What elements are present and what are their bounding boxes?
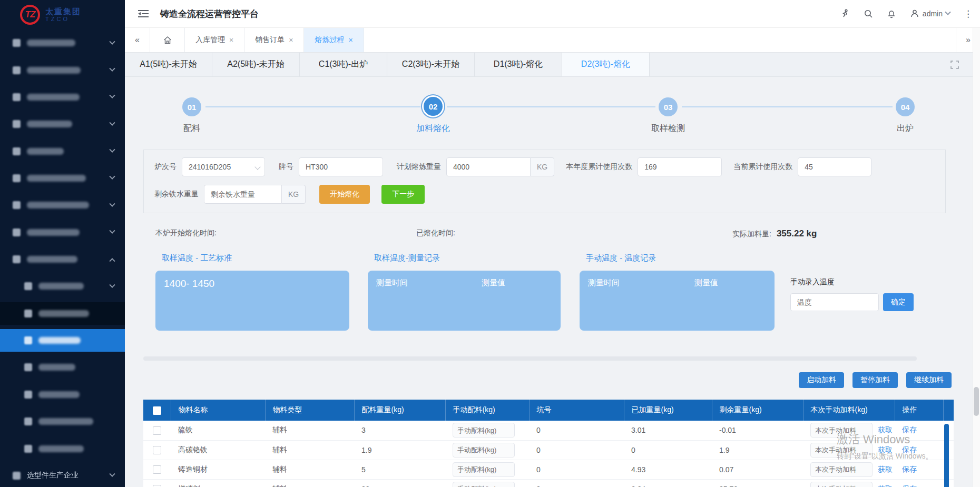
menu-icon xyxy=(24,363,32,371)
save-link[interactable]: 保存 xyxy=(902,465,917,473)
manual-feed-input[interactable] xyxy=(453,443,515,458)
manual-temp-label: 手动录入温度 xyxy=(790,277,919,287)
menu-item-label-redacted xyxy=(27,121,72,127)
menu-icon xyxy=(24,310,32,317)
remain-iron-input[interactable] xyxy=(204,185,282,204)
manual-feed-input[interactable] xyxy=(453,482,515,487)
confirm-button[interactable]: 确定 xyxy=(883,293,914,311)
row-checkbox[interactable] xyxy=(153,465,161,474)
username: admin xyxy=(923,9,943,18)
page-title: 铸造全流程运营管控平台 xyxy=(160,8,259,20)
select-all-checkbox[interactable] xyxy=(153,406,161,415)
resume-feeding-button[interactable]: 继续加料 xyxy=(906,372,952,388)
save-link[interactable]: 保存 xyxy=(902,484,917,487)
start-melting-button[interactable]: 开始熔化 xyxy=(319,185,370,204)
furnace-tab-1[interactable]: A1(5吨)-未开始 xyxy=(125,53,212,76)
year-uses-input[interactable] xyxy=(638,157,722,176)
user-icon xyxy=(910,9,919,18)
next-step-button[interactable]: 下一步 xyxy=(381,185,425,204)
sidebar-item-10[interactable] xyxy=(0,275,125,297)
chevron-down-icon xyxy=(109,282,115,287)
remaining-weight: 25.76 xyxy=(712,479,803,487)
furnace-tab-6-active[interactable]: D2(3吨)-熔化 xyxy=(562,53,650,76)
plan-weight-input[interactable] xyxy=(446,157,531,176)
manual-add-input[interactable] xyxy=(810,482,873,487)
sidebar-item-16[interactable] xyxy=(0,437,125,460)
close-icon[interactable]: × xyxy=(289,36,293,44)
manual-temp-input[interactable] xyxy=(790,293,879,311)
start-feeding-button[interactable]: 启动加料 xyxy=(799,372,844,388)
sidebar-item-bottom[interactable]: 选型件生产企业 xyxy=(0,464,125,487)
sidebar-item-1[interactable] xyxy=(0,32,125,54)
more-options-icon[interactable]: ⋮ xyxy=(964,8,973,19)
current-uses-input[interactable] xyxy=(798,157,871,176)
sidebar-item-13[interactable] xyxy=(0,356,125,379)
sidebar-item-14[interactable] xyxy=(0,383,125,406)
plan-weight-unit: KG xyxy=(531,157,554,176)
page: TZ 太重集团 TZCO 选型件生产企业 铸造全流程运营管控平台 xyxy=(0,0,980,487)
manual-add-input[interactable] xyxy=(810,443,873,458)
measure-value-header: 测量值 xyxy=(694,278,718,288)
tab-melting-process[interactable]: 熔炼过程× xyxy=(304,28,364,52)
sidebar-item-2[interactable] xyxy=(0,58,125,81)
furnace-tab-4[interactable]: C2(3吨)-未开始 xyxy=(387,53,475,76)
guide-icon[interactable] xyxy=(840,9,850,18)
pit-no: 0 xyxy=(529,440,624,460)
sidebar-item-5[interactable] xyxy=(0,140,125,162)
plan-weight: 1.9 xyxy=(354,440,445,460)
menu-item-label-redacted xyxy=(27,202,89,208)
sidebar-item-7[interactable] xyxy=(0,194,125,216)
page-scrollbar-thumb[interactable] xyxy=(974,387,979,416)
manual-feed-input[interactable] xyxy=(453,423,515,438)
furnace-tab-2[interactable]: A2(5吨)-未开始 xyxy=(212,53,300,76)
notification-bell-icon[interactable] xyxy=(887,9,896,18)
get-link[interactable]: 获取 xyxy=(878,484,893,487)
manual-add-input[interactable] xyxy=(810,423,873,438)
row-checkbox[interactable] xyxy=(153,485,161,487)
user-menu[interactable]: admin xyxy=(910,9,950,18)
table-scrollbar[interactable] xyxy=(944,424,949,487)
get-link[interactable]: 获取 xyxy=(878,425,893,435)
row-checkbox[interactable] xyxy=(153,426,161,435)
menu-icon xyxy=(13,472,21,480)
search-icon[interactable] xyxy=(864,9,873,18)
save-link[interactable]: 保存 xyxy=(902,425,917,434)
menu-item-label-redacted xyxy=(38,364,75,371)
chevron-down-icon xyxy=(109,201,115,206)
furnace-tab-3[interactable]: C1(3吨)-出炉 xyxy=(300,53,387,76)
close-icon[interactable]: × xyxy=(348,36,352,44)
sidebar-item-11[interactable] xyxy=(0,302,125,325)
col-actions: 操作 xyxy=(895,400,943,421)
materials-table: 物料名称 物料类型 配料重量(kg) 手动配料(kg) 坑号 已加重量(kg) … xyxy=(143,400,954,487)
furnace-tab-5[interactable]: D1(3吨)-熔化 xyxy=(475,53,562,76)
pause-feeding-button[interactable]: 暂停加料 xyxy=(852,372,898,388)
manual-add-input[interactable] xyxy=(810,462,873,477)
plan-weight: 5 xyxy=(354,460,445,479)
save-link[interactable]: 保存 xyxy=(902,445,917,454)
get-link[interactable]: 获取 xyxy=(878,465,893,474)
sidebar-item-12-active[interactable] xyxy=(0,329,125,352)
sidebar-item-8[interactable] xyxy=(0,221,125,244)
tab-sales-orders[interactable]: 销售订单× xyxy=(244,28,304,52)
manual-feed-input[interactable] xyxy=(453,462,515,477)
sidebar-item-9[interactable] xyxy=(0,248,125,271)
plan-weight-label: 计划熔炼重量 xyxy=(397,162,441,172)
step-3-label: 取样检测 xyxy=(651,123,685,134)
sidebar-item-4[interactable] xyxy=(0,113,125,135)
fullscreen-icon[interactable] xyxy=(950,61,959,69)
home-tab[interactable] xyxy=(150,28,185,52)
close-icon[interactable]: × xyxy=(229,36,233,44)
grade-input[interactable] xyxy=(299,157,383,176)
material-name: 增碳剂 xyxy=(171,479,265,487)
sidebar-collapse-icon[interactable] xyxy=(138,9,149,18)
tab-inbound-management[interactable]: 入库管理× xyxy=(185,28,244,52)
sidebar-item-3[interactable] xyxy=(0,86,125,108)
sidebar-item-15[interactable] xyxy=(0,410,125,433)
sidebar-item-6[interactable] xyxy=(0,167,125,190)
menu-item-label-redacted xyxy=(27,256,77,263)
get-link[interactable]: 获取 xyxy=(878,445,893,455)
row-checkbox[interactable] xyxy=(153,446,161,454)
menu-item-label-redacted xyxy=(27,148,64,155)
tabs-scroll-left-button[interactable]: « xyxy=(125,28,150,52)
furnace-no-select[interactable] xyxy=(182,157,265,176)
